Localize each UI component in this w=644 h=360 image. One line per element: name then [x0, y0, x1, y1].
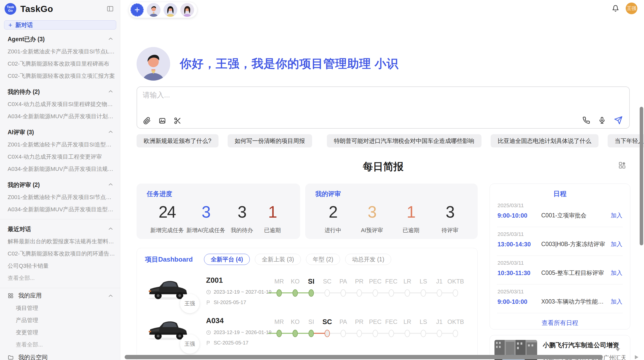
suggestion-chips: 欧洲新规最近颁布了什么?如何写一份清晰的项目周报特朗普可能对进口汽车增税会对中国…: [137, 134, 630, 147]
flag-icon: [206, 340, 211, 346]
layout-grid-icon[interactable]: [618, 161, 626, 169]
notification-bell-icon[interactable]: [612, 5, 619, 12]
stat: 3 待评审: [436, 203, 464, 234]
app-link[interactable]: 产品管理: [0, 314, 120, 326]
new-chat-button[interactable]: + 新对话: [4, 20, 116, 29]
event-date: 2025/03/11: [497, 289, 622, 295]
stat-value: 3: [368, 203, 376, 221]
sidebar-section-my-review: 我的评审 (2) Z001-全新燃油轻卡产品开发项目SI节点属性5D文件评审A0…: [0, 178, 120, 216]
scroll-down-arrow-icon[interactable]: [616, 348, 620, 351]
sidebar-item[interactable]: Z001-全新燃油皮卡产品开发项目SI节点Lesson Learn报告: [0, 46, 120, 58]
dashboard-tab[interactable]: 全新平台 (4): [204, 254, 250, 265]
briefing-title: 每日简报: [363, 161, 404, 172]
suggestion-chip[interactable]: 欧洲新规最近颁布了什么?: [137, 134, 218, 147]
sidebar-item[interactable]: C02-飞腾新能源轻客改款项目立项汇报方案: [0, 70, 120, 82]
chevron-up-icon[interactable]: [108, 129, 113, 135]
project-row[interactable]: 王强 A034 2023-12-19 ~ 2026-01-19 SC-2025-…: [145, 317, 469, 346]
event-time: 9:00-10:00: [497, 298, 541, 305]
project-rows: 王强 Z001 2023-12-19 ~ 2027-01-19 SI-2025-…: [145, 276, 469, 346]
chevron-up-icon[interactable]: [108, 293, 113, 299]
milestone-label: PA: [335, 277, 351, 286]
recent-view-all[interactable]: 查看全部...: [0, 272, 120, 284]
chevron-up-icon[interactable]: [108, 226, 113, 232]
session-avatar-1[interactable]: [147, 3, 160, 17]
event-join-link[interactable]: 加入: [611, 269, 622, 277]
new-session-button[interactable]: +: [130, 3, 144, 17]
chat-input[interactable]: [143, 91, 624, 99]
user-avatar[interactable]: 王强: [626, 3, 637, 14]
app-screen: Task Go TaskGo + 新对话 Agent已办 (3) Z001-全新…: [0, 0, 644, 360]
section-title[interactable]: 最近对话: [0, 222, 120, 235]
horizontal-scrollbar-thumb[interactable]: [125, 355, 603, 359]
stat-label: 已逾期: [264, 227, 281, 234]
sidebar-item[interactable]: A034-全新新能源MUV产品开发项目造型可行性评审: [0, 203, 120, 216]
section-title[interactable]: AI评审 (3): [0, 125, 120, 139]
image-icon[interactable]: [158, 117, 166, 125]
send-icon[interactable]: [614, 116, 623, 125]
app-link[interactable]: 变更管理: [0, 326, 120, 339]
sidebar-item[interactable]: A034-全新新能源MUV产品开发项目计划变更表编写: [0, 110, 120, 123]
paperclip-icon[interactable]: [143, 117, 151, 125]
stat-value: 1: [268, 203, 277, 221]
dashboard-tab[interactable]: 年型 (2): [306, 254, 340, 265]
my-apps-header[interactable]: 我的应用: [0, 289, 120, 302]
event-join-link[interactable]: 加入: [611, 240, 622, 248]
scissors-icon[interactable]: [174, 117, 181, 125]
session-switcher: +: [128, 2, 197, 18]
section-title[interactable]: 我的评审 (2): [0, 178, 120, 191]
milestone-label: LS: [415, 317, 431, 327]
chevron-up-icon[interactable]: [108, 182, 113, 187]
event-join-link[interactable]: 加入: [611, 212, 622, 219]
session-avatar-2[interactable]: [164, 3, 177, 17]
sidebar-item[interactable]: C0X4-动力总成开发项目SI里程碑提交物检查: [0, 98, 120, 110]
project-info: Z001 2023-12-19 ~ 2027-01-19 SI-2025-05-…: [206, 276, 269, 305]
recent-chat-item[interactable]: 公司Q3轻卡销量: [0, 260, 120, 272]
dashboard-tabs: 全新平台 (4)全新上装 (3)年型 (2)动总开发 (1): [204, 254, 391, 265]
dashboard-tab[interactable]: 动总开发 (1): [345, 254, 391, 265]
section-title[interactable]: Agent已办 (3): [0, 32, 120, 46]
sidebar-section-apps: 我的应用 项目管理产品管理变更管理 查看全部...: [0, 289, 120, 351]
sidebar-item[interactable]: A034-全新新能源MUV产品开发项目法规符合性评审: [0, 163, 120, 175]
mic-icon[interactable]: [598, 116, 606, 124]
sidebar-item[interactable]: Z001-全新燃油轻卡产品开发项目SI造型提交物评审: [0, 139, 120, 151]
milestone-dot: [357, 289, 362, 297]
project-name: Z001: [206, 276, 269, 284]
suggestion-chip[interactable]: 特朗普可能对进口汽车增税会对中国车企造成哪些影响: [327, 134, 481, 147]
scroll-right-arrow-icon[interactable]: [635, 355, 638, 359]
view-all-schedule-link[interactable]: 查看所有日程: [497, 319, 623, 327]
section-title[interactable]: 我的待办 (2): [0, 85, 120, 98]
event-join-link[interactable]: 加入: [611, 298, 622, 306]
chevron-up-icon[interactable]: [108, 36, 113, 42]
project-row[interactable]: 王强 Z001 2023-12-19 ~ 2027-01-19 SI-2025-…: [145, 276, 469, 305]
schedule-title: 日程: [497, 189, 623, 198]
sidebar-item[interactable]: C0X4-动力总成开发项目工程变更评审: [0, 151, 120, 163]
chevron-up-icon[interactable]: [108, 89, 113, 94]
sidebar-item-cloud-space[interactable]: 我的云空间: [0, 351, 120, 360]
sidebar-item[interactable]: Z001-全新燃油轻卡产品开发项目SI节点属性5D文件评审: [0, 191, 120, 203]
milestone-label: SI: [303, 277, 319, 286]
collapse-sidebar-icon[interactable]: [106, 6, 114, 12]
milestone-dot: [373, 289, 378, 297]
grid-icon: [8, 293, 14, 299]
session-avatar-3[interactable]: [180, 3, 194, 17]
suggestion-chip[interactable]: 如何写一份清晰的项目周报: [228, 134, 312, 147]
app-link[interactable]: 项目管理: [0, 302, 120, 314]
stat: 3 AI预评审: [358, 203, 386, 234]
stat-value: 3: [202, 203, 210, 221]
dashboard-tab[interactable]: 全新上装 (3): [255, 254, 301, 265]
sidebar-item[interactable]: C02-飞腾新能源轻客改款项目里程碑画布: [0, 58, 120, 70]
sidebar-section-my-todo: 我的待办 (2) C0X4-动力总成开发项目SI里程碑提交物检查A034-全新新…: [0, 85, 120, 123]
event-date: 2025/03/11: [497, 260, 622, 266]
recent-chat-item[interactable]: 解释最新出台的欧盟报废车法规再生塑料比例被调至15%...: [0, 235, 120, 248]
vertical-scrollbar-thumb[interactable]: [640, 107, 643, 245]
suggestion-chip[interactable]: 当下年轻人对汽车外观有怎样的喜好趋势: [608, 134, 644, 147]
milestone-label: J1: [431, 277, 447, 286]
milestone-label: J1: [431, 317, 447, 327]
dashboard-title: 项目Dashboard: [145, 255, 193, 264]
assistant-avatar: [137, 47, 170, 81]
milestone-label: MR: [271, 277, 287, 286]
suggestion-chip[interactable]: 比亚迪全固态电池计划具体说了什么: [491, 134, 598, 147]
apps-view-all[interactable]: 查看全部...: [0, 339, 120, 351]
phone-icon[interactable]: [582, 116, 590, 124]
recent-chat-item[interactable]: C02-飞腾新能源轻客改款项目的闭环通告反馈情况: [0, 248, 120, 260]
